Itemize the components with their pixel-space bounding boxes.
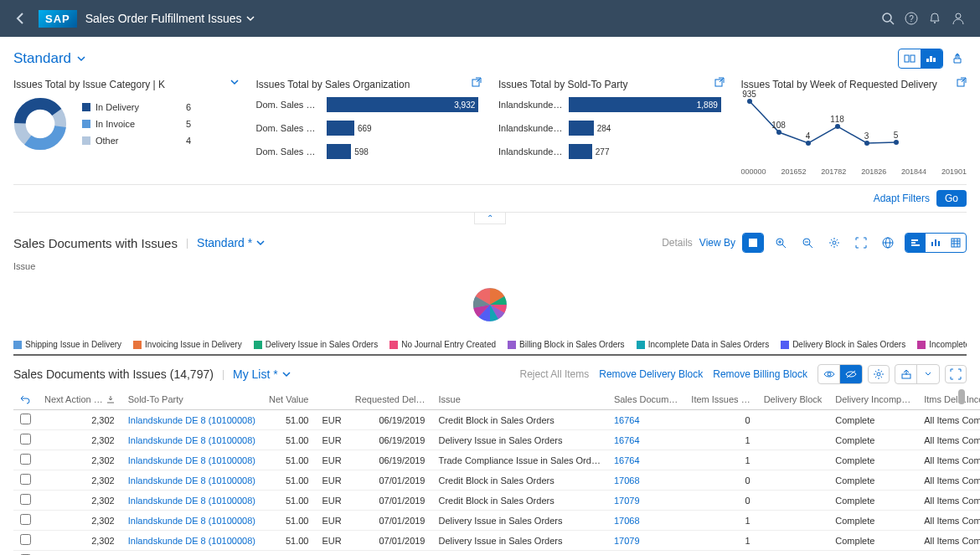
table-row[interactable]: 2,302Inlandskunde DE 8 (10100008)51.00EU… (13, 450, 980, 470)
remove-billing-block-link[interactable]: Remove Billing Block (713, 368, 807, 380)
legend-item[interactable]: No Journal Entry Created (389, 340, 496, 349)
legend-item[interactable]: In Invoice5 (82, 119, 191, 129)
legend-item[interactable]: Shipping Issue in Delivery (13, 340, 121, 349)
table-settings-icon[interactable] (868, 365, 890, 383)
column-header[interactable]: Delivery Incomp… (828, 389, 917, 410)
table-row[interactable]: 2,302Inlandskunde DE 8 (10100008)51.00EU… (13, 410, 980, 430)
table-row[interactable]: 2,302Inlandskunde DE 8 (10100008)51.00EU… (13, 551, 980, 556)
sold-to-link[interactable]: Inlandskunde DE 8 (10100008) (121, 511, 262, 531)
document-link[interactable]: 17068 (607, 551, 684, 556)
chevron-up-icon[interactable]: ⌃ (474, 213, 506, 224)
share-button[interactable] (948, 49, 967, 68)
layout-charts[interactable] (921, 49, 942, 68)
sort-filter-icon[interactable] (106, 395, 115, 403)
column-header[interactable]: Itms Deliv.Incomptn (917, 389, 980, 410)
table-row[interactable]: 2,302Inlandskunde DE 8 (10100008)51.00EU… (13, 511, 980, 531)
column-header[interactable] (315, 389, 348, 410)
column-header[interactable]: Issue (432, 389, 607, 410)
document-link[interactable]: 17079 (607, 491, 684, 511)
column-header[interactable]: Sold-To Party (121, 389, 262, 410)
table-row[interactable]: 2,302Inlandskunde DE 8 (10100008)51.00EU… (13, 470, 980, 491)
document-link[interactable]: 16764 (607, 450, 684, 470)
column-header[interactable] (13, 389, 38, 410)
zoom-out-icon[interactable] (797, 234, 818, 252)
document-link[interactable]: 17068 (607, 511, 684, 531)
row-checkbox[interactable] (20, 534, 31, 545)
popout-icon[interactable] (957, 77, 967, 87)
table-variant[interactable]: My List * (233, 367, 291, 381)
bar-row[interactable]: Dom. Sales Org …598 (256, 144, 482, 159)
sold-to-link[interactable]: Inlandskunde DE 8 (10100008) (121, 470, 262, 491)
sold-to-link[interactable]: Inlandskunde DE 8 (10100008) (121, 531, 262, 551)
row-checkbox[interactable] (20, 494, 31, 505)
details-link[interactable]: Details (662, 237, 693, 249)
popout-icon[interactable] (714, 77, 725, 87)
legend-item[interactable]: Incomplete Data in Delivery (917, 340, 967, 349)
scrollbar[interactable] (958, 389, 965, 404)
hide-icon[interactable] (840, 365, 862, 383)
search-icon[interactable] (876, 7, 900, 30)
fullscreen-icon[interactable] (851, 234, 871, 252)
sold-to-link[interactable]: Inlandskunde DE 8 (10100008) (121, 551, 262, 556)
row-checkbox[interactable] (20, 414, 31, 424)
legend-item[interactable]: In Delivery6 (82, 102, 191, 112)
legend-item[interactable]: Other4 (82, 136, 191, 146)
chart-cols-icon[interactable] (926, 234, 946, 252)
table-fullscreen-icon[interactable] (945, 365, 967, 383)
bar-row[interactable]: Inlandskunde D…284 (498, 121, 725, 136)
row-checkbox[interactable] (20, 514, 31, 525)
sold-to-link[interactable]: Inlandskunde DE 8 (10100008) (121, 430, 262, 450)
document-link[interactable]: 16764 (607, 430, 684, 450)
show-icon[interactable] (818, 365, 840, 383)
undo-icon[interactable] (20, 394, 30, 404)
document-link[interactable]: 17068 (607, 470, 684, 491)
bar-row[interactable]: Dom. Sales Org …669 (256, 121, 482, 136)
layout-horizontal[interactable] (899, 49, 921, 68)
table-row[interactable]: 2,302Inlandskunde DE 8 (10100008)51.00EU… (13, 491, 980, 511)
table-row[interactable]: 2,302Inlandskunde DE 8 (10100008)51.00EU… (13, 531, 980, 551)
bar-row[interactable]: Dom. Sales Org …3,932 (256, 97, 482, 112)
legend-item[interactable]: Delivery Issue in Sales Orders (254, 340, 379, 349)
chevron-down-icon[interactable] (230, 77, 240, 87)
row-checkbox[interactable] (20, 474, 31, 485)
column-header[interactable]: Sales Docum… (607, 389, 684, 410)
sold-to-link[interactable]: Inlandskunde DE 8 (10100008) (121, 410, 262, 430)
row-checkbox[interactable] (20, 454, 31, 465)
back-button[interactable] (10, 8, 30, 28)
bar-row[interactable]: Inlandskunde D…277 (498, 144, 725, 159)
adapt-filters-link[interactable]: Adapt Filters (874, 193, 930, 204)
dim-one[interactable] (743, 234, 763, 252)
view-by-link[interactable]: View By (699, 237, 735, 249)
chart-table-icon[interactable] (946, 234, 966, 252)
sold-to-link[interactable]: Inlandskunde DE 8 (10100008) (121, 450, 262, 470)
document-link[interactable]: 16764 (607, 410, 684, 430)
column-header[interactable]: Delivery Block (757, 389, 829, 410)
export-icon[interactable] (895, 365, 917, 383)
zoom-in-icon[interactable] (771, 234, 791, 252)
chart-bars-icon[interactable] (905, 234, 926, 252)
column-header[interactable]: Net Value (262, 389, 316, 410)
user-icon[interactable] (946, 7, 970, 30)
reject-all-link[interactable]: Reject All Items (520, 368, 590, 380)
legend-item[interactable]: Incomplete Data in Sales Orders (637, 340, 770, 349)
settings-icon[interactable] (824, 234, 844, 252)
section-variant[interactable]: Standard * (197, 236, 266, 249)
legend-item[interactable]: Delivery Block in Sales Orders (781, 340, 905, 349)
document-link[interactable]: 17079 (607, 531, 684, 551)
bar-row[interactable]: Inlandskunde D…1,889 (498, 97, 725, 112)
notification-icon[interactable] (923, 7, 946, 30)
globe-icon[interactable] (878, 234, 898, 252)
remove-delivery-block-link[interactable]: Remove Delivery Block (599, 368, 703, 380)
legend-item[interactable]: Invoicing Issue in Delivery (133, 340, 242, 349)
column-header[interactable]: Next Action … (38, 389, 121, 410)
variant-selector[interactable]: Standard (13, 50, 86, 67)
export-dropdown-icon[interactable] (917, 365, 939, 383)
table-row[interactable]: 2,302Inlandskunde DE 8 (10100008)51.00EU… (13, 430, 980, 450)
shell-title[interactable]: Sales Order Fulfillment Issues (85, 12, 255, 25)
legend-item[interactable]: Billing Block in Sales Orders (508, 340, 625, 349)
go-button[interactable]: Go (936, 190, 967, 207)
column-header[interactable]: Item Issues … (684, 389, 756, 410)
popout-icon[interactable] (472, 77, 482, 87)
sold-to-link[interactable]: Inlandskunde DE 8 (10100008) (121, 491, 262, 511)
help-icon[interactable]: ? (900, 7, 923, 30)
